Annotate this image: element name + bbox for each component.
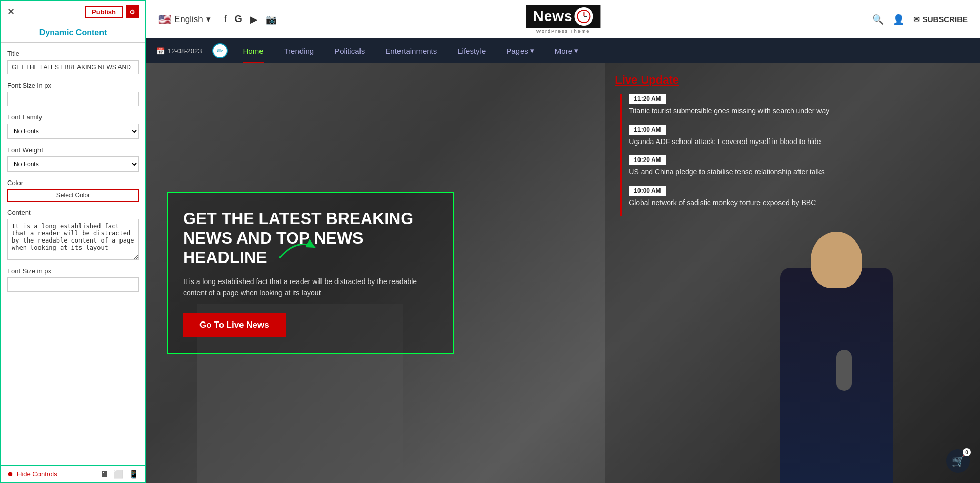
news-text-1: Titanic tourist submersible goes missing… [629,106,970,116]
root: ✕ Publish ⚙ Dynamic Content Title Font S… [0,0,980,483]
facebook-icon[interactable]: f [224,14,227,25]
hero-content-box: GET THE LATEST BREAKING NEWS AND TOP NEW… [167,192,454,354]
time-badge-3: 10:20 AM [629,155,666,165]
live-update-title: Live Update [615,73,970,87]
content-textarea[interactable]: It is a long established fact that a rea… [7,219,139,260]
news-text-4: Global network of sadistic monkey tortur… [629,198,970,208]
hero-cta-button[interactable]: Go To Live News [183,313,286,337]
timeline-item-2: 11:00 AM Uganda ADF school attack: I cov… [622,125,970,147]
font-weight-field-group: Font Weight No Fonts Normal Bold [7,146,139,172]
hide-controls-button[interactable]: ⏺ Hide Controls [7,470,57,478]
menu-bar: 📅 12-08-2023 ✏ Home Trending Politicals … [146,38,980,63]
calendar-icon: 📅 [156,47,165,55]
instagram-icon[interactable]: 📷 [266,14,277,25]
top-nav: 🇺🇸 English ▾ f G ▶ 📷 News [146,0,980,38]
timeline-item-1: 11:20 AM Titanic tourist submersible goe… [622,94,970,116]
menu-item-lifestyle[interactable]: Lifestyle [447,38,496,63]
settings-gear-button[interactable]: ⚙ [126,5,139,18]
publish-area: Publish ⚙ [85,5,139,18]
panel-footer: ⏺ Hide Controls 🖥 ⬜ 📱 [1,465,145,482]
menu-item-pages[interactable]: Pages ▾ [496,38,545,63]
edit-icon[interactable]: ✏ [212,43,228,58]
menu-date: 📅 12-08-2023 [156,47,202,55]
tablet-view-button[interactable]: ⬜ [113,469,124,479]
menu-item-entertainments[interactable]: Entertainments [375,38,447,63]
content-field-group: Content It is a long established fact th… [7,209,139,260]
time-badge-4: 10:00 AM [629,186,666,196]
language-dropdown-icon: ▾ [206,14,211,25]
font-size-input[interactable] [7,92,139,106]
hero-left: GET THE LATEST BREAKING NEWS AND TOP NEW… [146,63,605,483]
time-badge-2: 11:00 AM [629,125,666,135]
font-size-field-group: Font Size in px [7,82,139,106]
search-icon[interactable]: 🔍 [872,14,884,25]
envelope-icon: ✉ [913,15,920,24]
youtube-icon[interactable]: ▶ [250,14,257,25]
color-field-group: Color Select Color [7,179,139,202]
font-size2-label: Font Size in px [7,267,139,275]
main-area: 🇺🇸 English ▾ f G ▶ 📷 News [146,0,980,483]
date-text: 12-08-2023 [168,47,202,55]
panel-header: ✕ Publish ⚙ [1,1,145,23]
arrow-indicator [277,232,318,265]
title-label: Title [7,50,139,57]
google-icon[interactable]: G [235,14,242,25]
font-family-field-group: Font Family No Fonts Arial Helvetica Geo… [7,113,139,139]
flag-icon: 🇺🇸 [158,13,171,26]
news-text-2: Uganda ADF school attack: I covered myse… [629,137,970,147]
logo-area: News WordPress Theme [526,5,600,34]
mobile-view-button[interactable]: 📱 [129,469,139,479]
menu-item-politicals[interactable]: Politicals [324,38,375,63]
live-timeline: 11:20 AM Titanic tourist submersible goe… [620,94,970,216]
font-family-select[interactable]: No Fonts Arial Helvetica Georgia [7,124,139,139]
menu-item-more[interactable]: More ▾ [545,38,589,63]
menu-item-trending[interactable]: Trending [274,38,325,63]
time-badge-1: 11:20 AM [629,94,666,104]
language-label: English [174,14,203,25]
hero-section: GET THE LATEST BREAKING NEWS AND TOP NEW… [146,63,980,483]
cart-badge[interactable]: 🛒 0 [946,449,970,473]
timeline-item-3: 10:20 AM US and China pledge to stabilis… [622,155,970,177]
view-icons: 🖥 ⬜ 📱 [100,469,139,479]
publish-button[interactable]: Publish [85,6,123,18]
hide-icon: ⏺ [7,470,14,478]
hide-controls-label: Hide Controls [17,470,57,478]
font-family-label: Font Family [7,113,139,121]
logo-clock-icon [575,7,593,26]
color-label: Color [7,179,139,187]
logo-text: News [533,8,572,25]
social-icons: f G ▶ 📷 [224,14,277,25]
subscribe-label: SUBSCRIBE [923,15,968,24]
menu-item-home[interactable]: Home [233,38,274,63]
subscribe-button[interactable]: ✉ SUBSCRIBE [913,15,968,24]
menu-items: Home Trending Politicals Entertainments … [233,38,589,63]
cart-icon: 🛒 [952,455,965,467]
more-dropdown-icon: ▾ [574,46,578,55]
timeline-item-4: 10:00 AM Global network of sadistic monk… [622,186,970,208]
title-input[interactable] [7,60,139,74]
reporter-figure [765,216,908,483]
pages-dropdown-icon: ▾ [530,46,534,55]
font-size-label: Font Size in px [7,82,139,89]
hero-subtitle: It is a long established fact that a rea… [183,276,437,299]
panel-title: Dynamic Content [1,23,145,43]
user-icon[interactable]: 👤 [893,14,904,25]
logo-box: News [526,5,600,28]
left-panel: ✕ Publish ⚙ Dynamic Content Title Font S… [0,0,146,483]
news-text-3: US and China pledge to stabilise tense r… [629,167,970,177]
cart-count: 0 [963,448,971,456]
language-selector[interactable]: 🇺🇸 English ▾ [158,13,211,26]
font-weight-label: Font Weight [7,146,139,154]
close-button[interactable]: ✕ [7,6,15,17]
title-field-group: Title [7,50,139,74]
logo-subtitle: WordPress Theme [536,29,590,34]
font-size2-input[interactable] [7,277,139,292]
nav-right: 🔍 👤 ✉ SUBSCRIBE [872,14,968,25]
content-label: Content [7,209,139,216]
desktop-view-button[interactable]: 🖥 [100,469,108,479]
panel-body: Title Font Size in px Font Family No Fon… [1,43,145,465]
font-weight-select[interactable]: No Fonts Normal Bold [7,156,139,172]
font-size2-field-group: Font Size in px [7,267,139,292]
color-select-button[interactable]: Select Color [7,189,139,202]
